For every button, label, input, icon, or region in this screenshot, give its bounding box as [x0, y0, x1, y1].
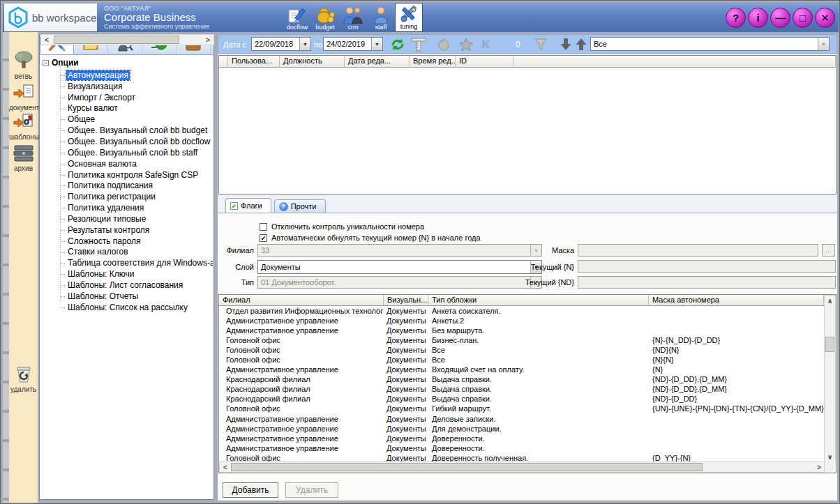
tree-item[interactable]: Автонумерация — [40, 70, 213, 81]
module-tuning[interactable]: tuning — [395, 3, 423, 32]
table-vertical-scrollbar[interactable]: ∧ ∨ — [824, 295, 836, 463]
column-header-id[interactable]: ID — [456, 56, 513, 68]
tree-item[interactable]: Результаты контроля — [40, 224, 213, 236]
table-row[interactable]: Головной офис Документы Бизнес-план. {N}… — [219, 335, 824, 345]
column-header-layer[interactable]: Визуальн... — [384, 295, 428, 306]
close-button[interactable]: ✕ — [815, 8, 835, 28]
tree-item[interactable]: Шаблоны: Список на рассылку — [40, 302, 213, 313]
tree-item[interactable]: Визуализация — [40, 81, 213, 92]
tree-item-label: Политика контроля SafeSign CSP — [66, 170, 200, 180]
table-row[interactable]: Головной офис Документы Гибкий маршрут. … — [219, 404, 824, 413]
table-row[interactable]: Краснодарский филиал Документы Выдача сп… — [219, 394, 824, 404]
scrollbar-thumb[interactable] — [825, 337, 834, 352]
minimize-button[interactable]: — — [770, 8, 790, 28]
chevron-down-icon[interactable]: ▼ — [371, 38, 382, 50]
tree-item[interactable]: Общее. Визуальный слой bb budget — [40, 125, 213, 136]
module-staff[interactable]: staff — [367, 3, 395, 32]
checkbox-reset-number-yearly[interactable]: ✔ Автоматически обнулять текущий номер {… — [260, 234, 481, 242]
tree-item[interactable]: Курсы валют — [40, 103, 213, 114]
scroll-left-icon[interactable]: < — [41, 35, 52, 45]
sidebar-item-templates[interactable]: шаблоны — [9, 113, 38, 141]
scroll-right-icon[interactable]: > — [813, 462, 825, 472]
tree-item[interactable]: Ставки налогов — [40, 247, 213, 258]
column-header-branch[interactable]: Филиал — [219, 295, 384, 306]
scroll-down-icon[interactable]: ∨ — [825, 452, 835, 462]
table-row[interactable]: Административное управление Документы Вх… — [219, 365, 824, 374]
collapse-icon[interactable]: − — [43, 60, 49, 66]
column-header-mask[interactable]: Маска автономера — [649, 295, 824, 306]
move-down-button[interactable] — [560, 38, 572, 52]
sidebar-item-documents[interactable]: документы — [9, 84, 38, 112]
tree-item[interactable]: Политика удаления — [40, 202, 213, 213]
tree-item[interactable]: Резолюции типовые — [40, 213, 213, 224]
scroll-right-icon[interactable]: > — [202, 35, 213, 45]
column-header[interactable] — [219, 56, 228, 68]
scrollbar-thumb[interactable] — [54, 36, 179, 44]
tree-item[interactable]: Основная валюта — [40, 158, 213, 169]
column-header-edittime[interactable]: Время ред... — [410, 56, 456, 68]
checkbox-unchecked-icon[interactable] — [260, 223, 267, 231]
autonumber-table: Филиал Визуальн... Тип обложки Маска авт… — [218, 294, 837, 473]
refresh-button[interactable] — [390, 38, 405, 53]
checkbox-disable-unique-control[interactable]: Отключить контроль уникальности номера — [260, 222, 424, 231]
add-button[interactable]: Добавить — [223, 482, 278, 498]
module-budget[interactable]: budget — [311, 3, 339, 32]
table-row[interactable]: Головной офис Документы Все {ND}{N} — [219, 345, 824, 355]
tree-item[interactable]: Политика подписания — [40, 180, 213, 191]
tree-item[interactable]: Сложность пароля — [40, 236, 213, 247]
table-row[interactable]: Отдел развития Информационных технологий… — [219, 306, 824, 316]
column-header-user[interactable]: Пользова... — [228, 56, 280, 68]
table-row[interactable]: Краснодарский филиал Документы Выдача сп… — [219, 374, 824, 384]
sidebar-item-branch[interactable]: ветвь — [9, 50, 38, 80]
ruler-button[interactable] — [411, 38, 426, 53]
scrollbar-thumb[interactable] — [231, 463, 703, 471]
product-subtitle: Система эффективного управления — [104, 23, 209, 30]
table-row[interactable]: Краснодарский филиал Документы Выдача сп… — [219, 384, 824, 394]
scroll-up-icon[interactable]: ∧ — [825, 296, 835, 306]
column-header-covertype[interactable]: Тип обложки — [428, 295, 649, 306]
table-row[interactable]: Головной офис Документы Все {N}{N} — [219, 355, 824, 365]
mask-browse-button[interactable]: ... — [822, 244, 835, 257]
module-crm[interactable]: crm — [339, 3, 367, 32]
table-row[interactable]: Административное управление Документы Ан… — [219, 316, 824, 326]
scroll-left-icon[interactable]: < — [220, 462, 231, 472]
table-row[interactable]: Административное управление Документы До… — [219, 434, 824, 443]
chevron-down-icon[interactable]: ▼ — [299, 38, 310, 50]
tree-item[interactable]: Шаблоны: Отчеты — [40, 291, 213, 302]
tree-item[interactable]: Таблица соответствия для Windows-авто — [40, 257, 213, 268]
column-header-editdate[interactable]: Дата реда... — [345, 56, 410, 68]
sidebar-item-archive[interactable]: архив — [9, 144, 38, 172]
help-button[interactable]: ? — [726, 8, 746, 28]
info-button[interactable]: i — [748, 8, 768, 28]
date-from-input[interactable]: 22/09/2018 ▼ — [251, 37, 311, 51]
tab-read[interactable]: ? Прочти — [274, 199, 326, 213]
tree-item[interactable]: Политика контроля SafeSign CSP — [40, 169, 213, 181]
date-from-value: 22/09/2018 — [252, 40, 299, 48]
sidebar-item-delete[interactable]: удалить — [9, 365, 38, 393]
tree-item[interactable]: Политика регистрации — [40, 191, 213, 202]
tab-flags[interactable]: ✔ Флаги — [225, 198, 271, 213]
table-row[interactable]: Административное управление Документы Дл… — [219, 424, 824, 434]
filter-select[interactable]: Все ▼ — [590, 37, 830, 51]
table-row[interactable]: Административное управление Документы Де… — [219, 414, 824, 424]
tree-horizontal-scrollbar[interactable]: < > — [40, 34, 214, 45]
column-header[interactable] — [513, 56, 836, 68]
checkbox-checked-icon[interactable]: ✔ — [260, 234, 267, 242]
maximize-button[interactable]: □ — [793, 8, 813, 28]
table-row[interactable]: Административное управление Документы Бе… — [219, 326, 824, 335]
module-docflow[interactable]: docflow — [283, 3, 311, 32]
chevron-down-icon[interactable]: ▼ — [818, 38, 829, 50]
table-row[interactable]: Административное управление Документы До… — [219, 443, 824, 453]
table-horizontal-scrollbar[interactable]: < > — [219, 461, 825, 473]
date-to-input[interactable]: 24/02/2019 ▼ — [323, 37, 383, 51]
tree-item[interactable]: Шаблоны: Лист согласования — [40, 280, 213, 291]
column-header-position[interactable]: Должность — [280, 56, 345, 68]
tree-item[interactable]: Общее. Визуальный слой bb staff — [40, 147, 213, 158]
table-row[interactable]: Головной офис Документы Доверенность пол… — [219, 453, 824, 461]
options-tree-panel: − Опции Автонумерация Визуализация Импор… — [39, 34, 214, 500]
move-up-button[interactable] — [575, 38, 587, 52]
tree-item[interactable]: Шаблоны: Ключи — [40, 268, 213, 280]
tree-item[interactable]: Импорт / Экспорт — [40, 92, 213, 103]
tree-item[interactable]: Общее — [40, 114, 213, 125]
tree-item[interactable]: Общее. Визуальный слой bb docflow — [40, 136, 213, 147]
